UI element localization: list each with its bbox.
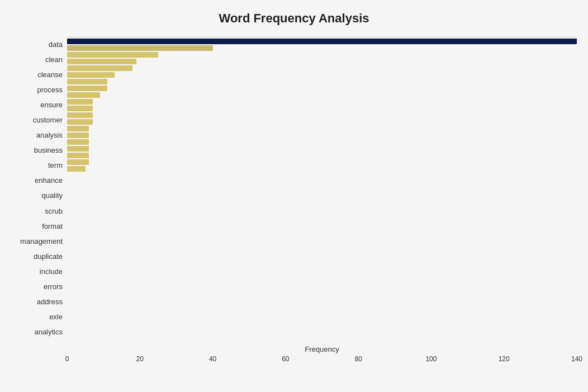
bars-and-grid (67, 37, 577, 37)
x-tick-label: 100 (425, 355, 437, 363)
bar-row (67, 139, 577, 145)
chart-title: Word Frequency Analysis (11, 11, 577, 26)
y-label: enhance (35, 177, 63, 184)
y-label: quality (41, 192, 63, 199)
chart-container: Word Frequency Analysis datacleancleanse… (0, 0, 588, 392)
bar (67, 133, 89, 138)
y-label: ensure (40, 101, 63, 108)
bar (67, 45, 213, 51)
x-axis-title: Frequency (67, 345, 577, 353)
bar (67, 126, 89, 131)
bar (67, 159, 89, 165)
bar (67, 59, 136, 64)
y-label: process (37, 86, 63, 93)
bar-row (67, 159, 577, 166)
y-label: cleanse (37, 71, 63, 78)
y-label: scrub (45, 207, 63, 215)
bar-row (67, 51, 577, 58)
y-label: customer (33, 116, 63, 124)
bar (67, 39, 577, 44)
bar-row (67, 145, 577, 152)
bar (67, 92, 100, 98)
bar-row (67, 112, 577, 119)
x-tick-label: 40 (209, 355, 216, 363)
y-label: errors (44, 283, 63, 290)
bar (67, 112, 93, 118)
bar (67, 153, 89, 158)
bar-row (67, 92, 577, 98)
bar-row (67, 58, 577, 65)
x-tick-label: 0 (65, 355, 69, 363)
bar (67, 106, 93, 111)
y-label: include (40, 268, 63, 275)
y-label: business (34, 147, 63, 154)
bar-row (67, 65, 577, 72)
y-label: management (20, 238, 63, 245)
bar-row (67, 152, 577, 159)
x-tick-label: 60 (282, 355, 289, 363)
bar-row (67, 38, 577, 45)
y-label: format (42, 223, 63, 230)
y-label: clean (45, 56, 63, 63)
chart-area: datacleancleanseprocessensurecustomerana… (11, 37, 577, 339)
y-label: analysis (36, 131, 63, 139)
bar-row (67, 105, 577, 112)
bar-row (67, 132, 577, 139)
bar (67, 146, 89, 152)
x-tick-label: 140 (571, 355, 582, 363)
bar-row (67, 85, 577, 92)
bar (67, 86, 107, 91)
bar-row (67, 72, 577, 78)
y-label: exle (49, 313, 63, 320)
bar (67, 119, 93, 125)
y-labels: datacleancleanseprocessensurecustomerana… (11, 37, 67, 339)
x-axis-wrapper: Frequency (67, 345, 577, 353)
bars-wrapper (67, 37, 577, 39)
y-label: data (49, 41, 63, 48)
y-label: duplicate (34, 253, 63, 260)
bar-row (67, 125, 577, 132)
bar-row (67, 166, 577, 172)
bar (67, 72, 115, 78)
bar-row (67, 78, 577, 85)
x-tick-label: 80 (354, 355, 362, 363)
bar (67, 99, 93, 105)
y-label: term (48, 162, 63, 169)
bar-row (67, 119, 577, 125)
bar (67, 65, 132, 71)
bar-row (67, 98, 577, 105)
bar (67, 79, 107, 84)
x-tick-label: 20 (136, 355, 144, 363)
bar (67, 139, 89, 145)
bar-row (67, 45, 577, 51)
x-tick-label: 120 (499, 355, 510, 363)
y-label: analytics (34, 328, 63, 336)
bar (67, 166, 86, 172)
bar (67, 52, 158, 58)
y-label: address (37, 298, 63, 305)
